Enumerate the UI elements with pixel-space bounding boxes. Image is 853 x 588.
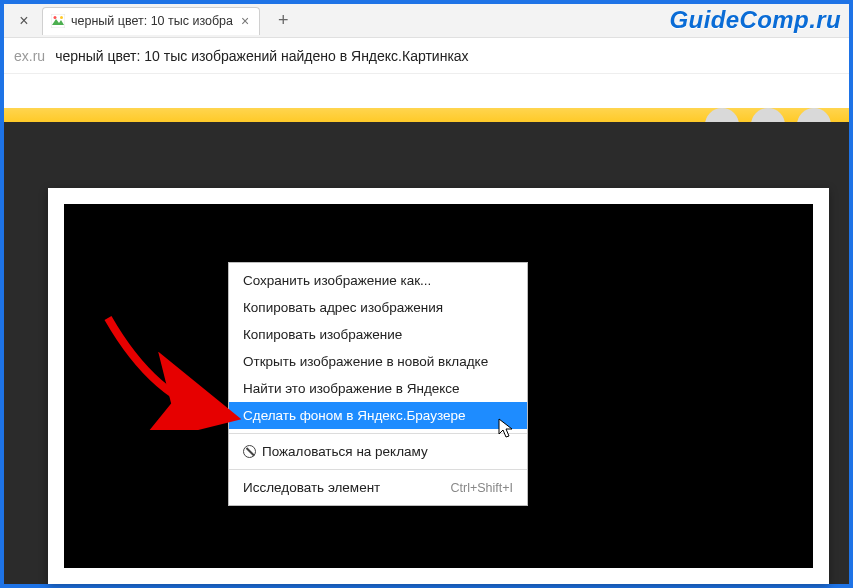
menu-item-label: Сделать фоном в Яндекс.Браузере	[243, 408, 465, 423]
favicon-yandex-images-icon	[51, 14, 65, 28]
watermark: GuideComp.ru	[670, 6, 841, 34]
svg-point-2	[54, 16, 57, 19]
tab-close-button[interactable]: ×	[239, 13, 251, 29]
menu-item-label: Сохранить изображение как...	[243, 273, 431, 288]
svg-point-3	[60, 16, 63, 19]
prev-tab-close-button[interactable]: ×	[10, 7, 38, 35]
ctx-save-image-as[interactable]: Сохранить изображение как...	[229, 267, 527, 294]
ctx-set-as-yandex-browser-background[interactable]: Сделать фоном в Яндекс.Браузере	[229, 402, 527, 429]
menu-item-label: Найти это изображение в Яндексе	[243, 381, 460, 396]
close-icon: ×	[19, 12, 28, 30]
address-domain-fragment: ex.ru	[14, 48, 45, 64]
menu-item-label: Копировать адрес изображения	[243, 300, 443, 315]
context-menu: Сохранить изображение как... Копировать …	[228, 262, 528, 506]
context-menu-separator	[229, 469, 527, 470]
browser-tab[interactable]: черный цвет: 10 тыс изобра ×	[42, 7, 260, 35]
ctx-report-ad[interactable]: Пожаловаться на рекламу	[229, 438, 527, 465]
menu-item-label: Копировать изображение	[243, 327, 402, 342]
ctx-copy-image-address[interactable]: Копировать адрес изображения	[229, 294, 527, 321]
menu-item-label: Открыть изображение в новой вкладке	[243, 354, 488, 369]
tab-title: черный цвет: 10 тыс изобра	[71, 14, 233, 28]
address-page-title: черный цвет: 10 тыс изображений найдено …	[55, 48, 468, 64]
plus-icon: +	[278, 10, 289, 31]
context-menu-separator	[229, 433, 527, 434]
ctx-find-image-yandex[interactable]: Найти это изображение в Яндексе	[229, 375, 527, 402]
menu-item-shortcut: Ctrl+Shift+I	[450, 481, 513, 495]
address-bar[interactable]: ex.ru черный цвет: 10 тыс изображений на…	[4, 38, 849, 74]
ctx-open-image-new-tab[interactable]: Открыть изображение в новой вкладке	[229, 348, 527, 375]
svg-rect-0	[51, 14, 65, 28]
close-icon: ×	[241, 13, 249, 29]
ctx-copy-image[interactable]: Копировать изображение	[229, 321, 527, 348]
ctx-inspect-element[interactable]: Исследовать элемент Ctrl+Shift+I	[229, 474, 527, 501]
new-tab-button[interactable]: +	[270, 8, 296, 34]
menu-item-label: Исследовать элемент	[243, 480, 380, 495]
menu-item-label: Пожаловаться на рекламу	[262, 444, 428, 459]
prohibit-icon	[243, 445, 256, 458]
app-frame: GuideComp.ru × черный цвет: 10 тыс изобр…	[0, 0, 853, 588]
